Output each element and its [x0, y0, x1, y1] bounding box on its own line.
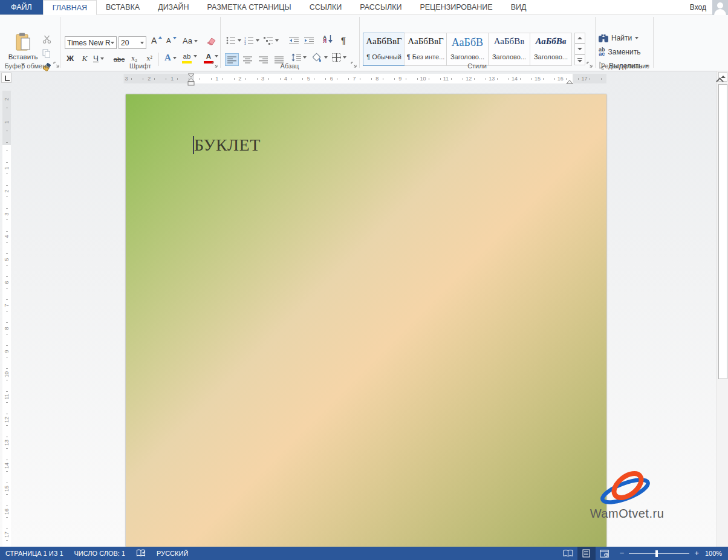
show-paragraph-marks-button[interactable]: ¶ [341, 36, 346, 45]
grow-font-button[interactable]: A [151, 36, 162, 45]
copy-button[interactable] [41, 47, 53, 59]
ruler-number: 12 [464, 74, 473, 83]
clear-formatting-button[interactable] [206, 37, 216, 45]
ribbon-tab[interactable]: ДИЗАЙН [149, 0, 198, 15]
style-item[interactable]: АаБбВв Заголово... [530, 33, 572, 66]
styles-scroll-up-button[interactable] [574, 33, 585, 44]
chevron-down-icon [324, 56, 328, 59]
ruler-number: 9 [397, 74, 403, 83]
style-label: ¶ Без инте... [405, 53, 446, 60]
highlight-dropdown[interactable] [193, 55, 197, 57]
styles-scroll-down-button[interactable] [574, 44, 585, 54]
ruler-number: 7 [4, 301, 10, 310]
font-dialog-launcher[interactable] [212, 62, 218, 68]
ruler-number: 6 [4, 278, 10, 287]
find-button[interactable]: Найти [599, 34, 639, 42]
eraser-icon [206, 37, 216, 45]
multilevel-list-button[interactable] [264, 36, 279, 45]
zoom-in-button[interactable]: + [694, 550, 699, 556]
font-color-dropdown[interactable] [215, 55, 218, 57]
vertical-scrollbar[interactable] [717, 71, 728, 547]
clipboard-icon [15, 33, 31, 52]
ruler-left-margin: 3 2 1 [126, 74, 194, 83]
style-preview: АаБбВв [530, 36, 571, 52]
underline-button[interactable]: Ч [93, 54, 104, 63]
ribbon-tab[interactable]: ГЛАВНАЯ [43, 0, 97, 15]
read-mode-button[interactable] [559, 547, 577, 560]
borders-button[interactable] [332, 53, 346, 62]
style-item[interactable]: АаБбВ Заголово... [446, 33, 489, 66]
horizontal-ruler[interactable]: 3 2 1 1 2 3 4 5 6 7 8 [126, 74, 606, 83]
decrease-indent-button[interactable] [289, 36, 299, 45]
language-indicator[interactable]: РУССКИЙ [151, 547, 193, 560]
ruler-number: 10 [4, 370, 10, 379]
font-family-combo[interactable]: Times New R [65, 36, 117, 49]
word-count[interactable]: ЧИСЛО СЛОВ: 1 [69, 547, 131, 560]
tabbar-spacer [535, 0, 689, 15]
zoom-slider-thumb[interactable] [655, 550, 658, 557]
zoom-slider[interactable] [629, 553, 689, 554]
ruler-number: 16 [556, 74, 565, 83]
right-indent-marker[interactable] [566, 80, 573, 84]
ruler-number: 3 [4, 210, 10, 218]
ribbon-tab[interactable]: ССЫЛКИ [301, 0, 351, 15]
ruler-number: 13 [4, 438, 10, 447]
tab-selector-button[interactable] [1, 73, 11, 83]
arrow-down-icon [173, 37, 177, 39]
ruler-number: 5 [306, 74, 311, 83]
paragraph-dialog-launcher[interactable] [351, 62, 357, 68]
increase-indent-button[interactable] [304, 36, 314, 45]
styles-dialog-launcher[interactable] [587, 62, 593, 68]
collapse-ribbon-button[interactable] [717, 77, 723, 82]
style-label: Заголово... [489, 53, 530, 60]
zoom-level[interactable]: 100% [705, 550, 728, 557]
style-item[interactable]: АаБбВвГ ¶ Обычный [363, 33, 405, 66]
chevron-down-icon [100, 57, 104, 60]
sort-button[interactable]: А Я [323, 35, 333, 44]
numbering-button[interactable]: 123 [244, 36, 259, 45]
sign-in-link[interactable]: Вход [690, 0, 712, 15]
ruler-number: 3 [260, 74, 265, 83]
page-indicator[interactable]: СТРАНИЦА 1 ИЗ 1 [0, 547, 69, 560]
shading-button[interactable] [311, 53, 328, 62]
line-spacing-button[interactable] [291, 53, 307, 62]
text-effects-button[interactable]: А [164, 53, 177, 63]
print-layout-button[interactable] [577, 547, 596, 560]
user-avatar-icon[interactable] [712, 0, 728, 15]
line-spacing-icon [291, 53, 301, 62]
multilevel-list-icon [264, 36, 273, 45]
change-case-button[interactable]: Аа [183, 36, 198, 45]
styles-gallery: АаБбВвГ ¶ Обычный АаБбВвГ ¶ Без инте... … [363, 33, 571, 66]
style-item[interactable]: АаБбВв Заголово... [488, 33, 530, 66]
vertical-ruler[interactable]: 2 1 1 2 3 4 5 6 7 8 9 [2, 91, 11, 547]
cut-button[interactable] [41, 33, 53, 45]
indent-markers[interactable] [187, 73, 195, 86]
ribbon-tab[interactable]: РАЗМЕТКА СТРАНИЦЫ [198, 0, 301, 15]
ruler-number: 8 [374, 74, 380, 83]
ruler-number: 13 [487, 74, 496, 83]
ribbon-tab[interactable]: РАССЫЛКИ [351, 0, 411, 15]
style-preview: АаБбВ [447, 36, 488, 52]
arrow-down-icon [577, 60, 582, 62]
style-item[interactable]: АаБбВвГ ¶ Без инте... [405, 33, 447, 66]
font-group-label: Шрифт [60, 62, 220, 70]
scrollbar-thumb[interactable] [718, 84, 727, 379]
zoom-out-button[interactable]: − [620, 550, 625, 556]
group-separator [60, 17, 60, 68]
clipboard-dialog-launcher[interactable] [53, 62, 60, 68]
left-indent-marker [188, 82, 194, 85]
dialog-launcher-icon [53, 62, 60, 68]
document-heading-text[interactable]: БУКЛЕТ [194, 135, 261, 155]
bullets-button[interactable] [226, 36, 241, 45]
shrink-font-button[interactable]: A [166, 37, 177, 44]
web-layout-button[interactable] [596, 547, 614, 560]
document-page[interactable]: БУКЛЕТ [126, 94, 606, 547]
ribbon-tab[interactable]: РЕЦЕНЗИРОВАНИЕ [411, 0, 501, 15]
ribbon-tab[interactable]: ФАЙЛ [0, 0, 43, 15]
replace-button[interactable]: ab ac Заменить [599, 48, 640, 56]
chevron-down-icon [303, 56, 307, 59]
font-size-combo[interactable]: 20 [119, 36, 146, 49]
proofing-status[interactable] [131, 547, 151, 560]
ribbon-tab[interactable]: ВСТАВКА [97, 0, 149, 15]
ribbon-tab[interactable]: ВИД [502, 0, 536, 15]
